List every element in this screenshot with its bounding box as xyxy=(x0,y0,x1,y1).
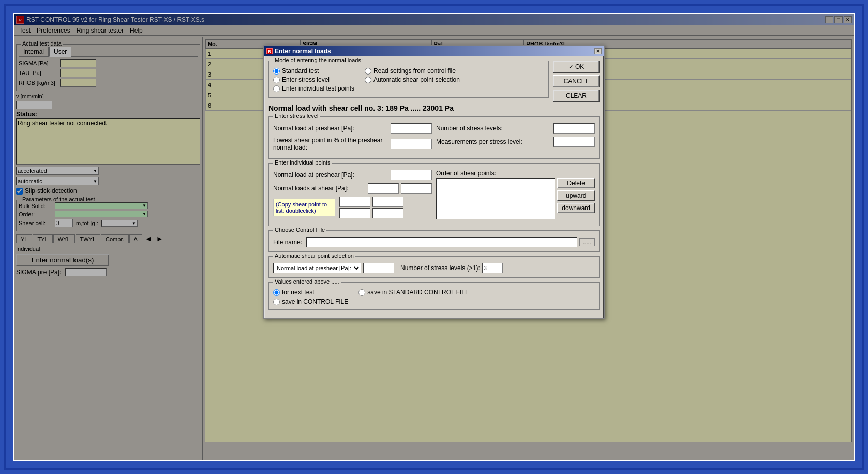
mode-read-settings[interactable]: Read settings from control file xyxy=(365,67,460,75)
stress-levels-label: Number of stress levels (>1): xyxy=(400,264,480,272)
modal-icon: R xyxy=(266,48,273,54)
num-stress-label: Number of stress levels: xyxy=(436,125,551,132)
shear-input-4[interactable] xyxy=(372,197,403,207)
modes-right: Read settings from control file Automati… xyxy=(365,67,460,92)
cancel-button[interactable]: CANCEL xyxy=(553,75,600,87)
auto-shear-dropdown[interactable]: Normal load at preshear [Pa]: xyxy=(273,263,361,273)
preshear-input-stress[interactable] xyxy=(391,123,432,134)
clear-button[interactable]: CLEAR xyxy=(553,90,600,102)
lowest-shear-input[interactable] xyxy=(391,139,432,149)
modal-title: Enter normal loads xyxy=(275,48,331,55)
normal-load-title: Normal load with shear cell no. 3: 189 P… xyxy=(268,104,600,112)
copy-note: (Copy shear point to list: doubleclick) xyxy=(273,199,335,216)
individual-points-title: Enter individual points xyxy=(273,159,332,166)
stress-levels-input[interactable] xyxy=(482,263,503,273)
save-standard-control[interactable]: save in STANDARD CONTROL FILE xyxy=(358,289,469,296)
shear-input-5[interactable] xyxy=(339,208,370,218)
upward-button[interactable]: upward xyxy=(557,190,595,201)
control-file-input[interactable] xyxy=(306,237,577,247)
browse-button[interactable]: ..... xyxy=(579,238,595,246)
modes-left: Standard test Enter stress level Enter i… xyxy=(273,67,354,92)
mode-stress[interactable]: Enter stress level xyxy=(273,76,354,83)
delete-button[interactable]: Delete xyxy=(557,178,595,188)
num-stress-input[interactable] xyxy=(553,123,595,134)
auto-shear-input[interactable] xyxy=(363,263,394,273)
shear-loads-label: Normal loads at shear [Pa]: xyxy=(273,185,366,192)
modal-close-button[interactable]: ✕ xyxy=(594,48,602,54)
for-next-test[interactable]: for next test xyxy=(273,289,348,296)
shear-input-1[interactable] xyxy=(368,183,399,194)
mode-auto-shear[interactable]: Automatic shear point selection xyxy=(365,76,460,83)
modal-title-bar: R Enter normal loads ✕ xyxy=(264,46,604,56)
measurements-label: Measurements per stress level: xyxy=(436,138,551,145)
ok-button[interactable]: ✓ OK xyxy=(553,61,600,73)
shear-input-6[interactable] xyxy=(372,208,403,218)
measurements-input[interactable] xyxy=(553,137,595,147)
stress-level-section-title: Enter stress level xyxy=(273,113,320,119)
downward-button[interactable]: downward xyxy=(557,203,595,213)
mode-standard[interactable]: Standard test xyxy=(273,67,354,75)
save-control-file[interactable]: save in CONTROL FILE xyxy=(273,298,348,305)
file-name-label: File name: xyxy=(273,239,302,246)
modal-enter-normal-loads: R Enter normal loads ✕ Mode of entering … xyxy=(263,45,605,319)
order-box xyxy=(436,178,555,219)
preshear-individual-input[interactable] xyxy=(391,170,432,180)
preshear-label-left: Normal load at preshear [Pa]: xyxy=(273,125,388,132)
modal-overlay: R Enter normal loads ✕ Mode of entering … xyxy=(14,14,854,460)
auto-shear-title: Automatic shear point selection xyxy=(273,253,355,259)
mode-section-title: Mode of entering the normal loads: xyxy=(273,57,364,63)
mode-individual[interactable]: Enter individual test points xyxy=(273,85,354,92)
preshear-label-individual: Normal load at preshear [Pa]: xyxy=(273,171,388,179)
shear-input-3[interactable] xyxy=(339,197,370,207)
shear-input-2[interactable] xyxy=(401,183,432,194)
order-shear-label: Order of shear points: xyxy=(436,170,555,177)
lowest-shear-label: Lowest shear point in % of the preshear … xyxy=(273,137,388,151)
values-section-title: Values entered above ..... xyxy=(273,278,341,285)
control-file-title: Choose Control File xyxy=(273,227,326,233)
